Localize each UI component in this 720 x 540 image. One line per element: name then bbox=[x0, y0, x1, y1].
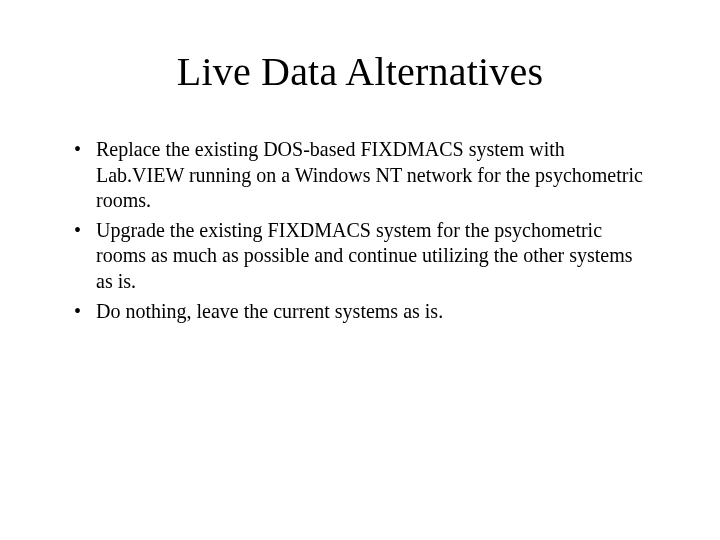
list-item: Do nothing, leave the current systems as… bbox=[70, 299, 650, 325]
bullet-list: Replace the existing DOS-based FIXDMACS … bbox=[70, 137, 650, 324]
list-item: Replace the existing DOS-based FIXDMACS … bbox=[70, 137, 650, 214]
list-item: Upgrade the existing FIXDMACS system for… bbox=[70, 218, 650, 295]
slide: Live Data Alternatives Replace the exist… bbox=[0, 0, 720, 540]
slide-title: Live Data Alternatives bbox=[70, 48, 650, 95]
